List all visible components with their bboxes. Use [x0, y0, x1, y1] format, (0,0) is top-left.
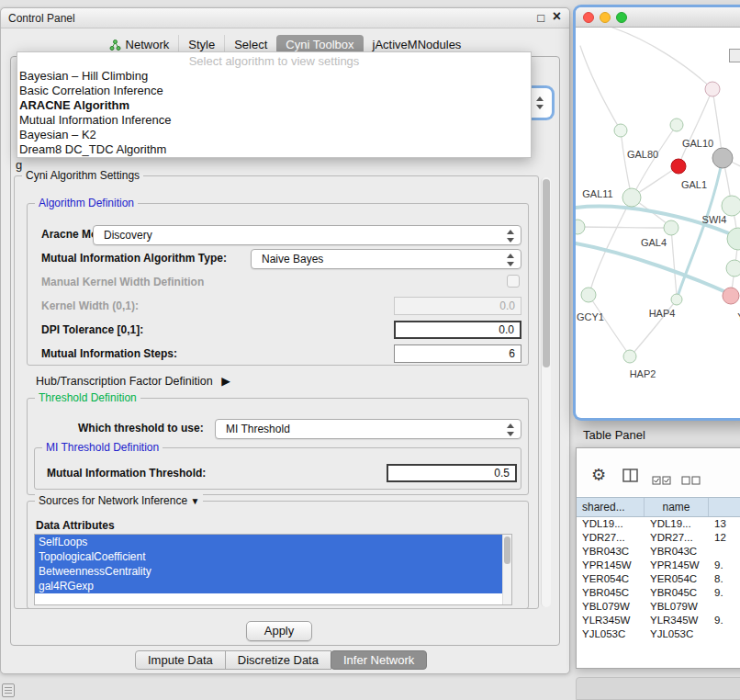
table-row[interactable]: YBR045CYBR045C9. — [577, 586, 740, 600]
network-edge[interactable] — [590, 198, 632, 290]
table-cell: YPR145W — [577, 559, 645, 572]
data-attribute-item[interactable]: SelfLoops — [35, 535, 511, 549]
table-cell: YBL079W — [577, 600, 645, 614]
algorithm-option[interactable]: Dream8 DC_TDC Algorithm — [17, 142, 531, 157]
network-window-titlebar[interactable] — [576, 7, 740, 28]
table-cell: YBR045C — [645, 586, 709, 600]
select-all-columns-icon[interactable] — [652, 472, 671, 489]
network-node[interactable] — [722, 196, 740, 216]
table-row[interactable]: YLR345WYLR345W9. — [577, 614, 740, 627]
tab-impute-data[interactable]: Impute Data — [135, 650, 226, 670]
tab-discretize-data[interactable]: Discretize Data — [225, 650, 331, 670]
table-header-row: shared...name — [577, 497, 740, 517]
table-panel-title: Table Panel — [583, 428, 645, 442]
network-node[interactable] — [623, 350, 636, 363]
network-node[interactable] — [726, 260, 740, 277]
network-edge[interactable] — [580, 46, 621, 130]
which-threshold-combobox[interactable]: MI Threshold — [215, 419, 521, 439]
table-cell: 9. — [709, 559, 740, 572]
network-node[interactable] — [671, 159, 686, 174]
data-attributes-label: Data Attributes — [36, 519, 115, 532]
table-row[interactable]: YDR27...YDR27...12 — [577, 531, 740, 545]
algorithm-dropdown-options: Bayesian – Hill ClimbingBasic Correlatio… — [17, 69, 531, 157]
network-node[interactable] — [670, 119, 683, 131]
kernel-width-label: Kernel Width (0,1): — [41, 299, 139, 312]
chevron-right-icon: ▶ — [221, 375, 230, 388]
dropdown-placeholder: Select algorithm to view settings — [17, 54, 531, 69]
table-row[interactable]: YBR043CYBR043C — [577, 545, 740, 559]
algorithm-option[interactable]: Mutual Information Inference — [17, 113, 531, 128]
tab-infer-network[interactable]: Infer Network — [331, 650, 427, 670]
table-cell: YDL19... — [645, 517, 709, 531]
network-edge[interactable] — [712, 89, 722, 152]
data-attribute-item[interactable]: BetweennessCentrality — [35, 564, 511, 579]
combo-arrows-icon — [507, 254, 514, 266]
column-header[interactable] — [709, 498, 740, 516]
network-node[interactable] — [705, 82, 720, 96]
algorithm-option[interactable]: Bayesian – K2 — [17, 128, 531, 142]
mi-algorithm-type-combobox[interactable]: Naive Bayes — [251, 249, 521, 269]
network-node[interactable] — [576, 220, 585, 234]
network-node[interactable] — [664, 220, 678, 235]
settings-scrollbar[interactable] — [541, 177, 551, 607]
algorithm-option[interactable]: Bayesian – Hill Climbing — [17, 69, 531, 84]
column-header[interactable]: shared... — [577, 498, 645, 516]
scrollbar-thumb[interactable] — [543, 179, 550, 367]
network-node[interactable] — [622, 188, 641, 207]
network-edge[interactable] — [589, 295, 627, 352]
network-edge[interactable] — [612, 28, 712, 89]
mi-threshold-field[interactable]: 0.5 — [387, 464, 517, 482]
overview-toggle[interactable] — [729, 49, 740, 62]
table-cell — [709, 627, 740, 641]
control-panel-titlebar[interactable]: Control Panel □ × — [1, 8, 569, 28]
table-cell: YER054C — [645, 572, 709, 586]
scrollbar-thumb[interactable] — [504, 536, 510, 564]
minimize-traffic-light[interactable] — [600, 12, 611, 23]
data-attribute-item[interactable]: gal4RGexp — [35, 579, 511, 593]
float-window-icon[interactable]: □ — [537, 11, 544, 25]
gear-icon[interactable]: ⚙ — [591, 465, 606, 485]
table-row[interactable]: YER054CYER054C8. — [577, 572, 740, 586]
network-node-label: HAP4 — [649, 308, 676, 319]
network-node[interactable] — [723, 288, 739, 304]
table-row[interactable]: YPR145WYPR145W9. — [577, 559, 740, 572]
network-edge[interactable] — [577, 227, 664, 228]
table-cell: YLR345W — [645, 614, 709, 627]
network-node[interactable] — [581, 288, 596, 302]
network-edge[interactable] — [671, 228, 677, 295]
show-columns-icon[interactable] — [622, 469, 638, 486]
network-canvas-area[interactable]: GAL80GAL10GAL11GAL1SWI4GAL4GCY1HAP4HAP2Y — [576, 28, 740, 418]
column-header[interactable]: name — [645, 498, 709, 516]
close-traffic-light[interactable] — [583, 12, 594, 23]
network-node[interactable] — [727, 228, 740, 250]
manual-kernel-width-checkbox[interactable] — [507, 275, 520, 288]
network-node[interactable] — [712, 148, 733, 168]
network-node[interactable] — [614, 124, 627, 137]
dpi-tolerance-field[interactable]: 0.0 — [394, 321, 521, 339]
combobox-value: MI Threshold — [226, 423, 290, 435]
algorithm-option[interactable]: ARACNE Algorithm — [17, 98, 531, 113]
table-cell: YBL079W — [645, 600, 709, 614]
sources-toggle[interactable]: Sources for Network Inference ▼ — [35, 494, 203, 507]
close-icon[interactable]: × — [553, 8, 561, 25]
kernel-width-field[interactable]: 0.0 — [394, 297, 521, 315]
network-node[interactable] — [671, 294, 682, 305]
table-cell: 12 — [709, 531, 740, 545]
mi-steps-field[interactable]: 6 — [394, 344, 521, 363]
table-row[interactable]: YDL19...YDL19...13 — [577, 517, 740, 531]
deselect-all-columns-icon[interactable] — [681, 472, 701, 489]
algorithm-option[interactable]: Basic Correlation Inference — [17, 84, 531, 98]
network-edge[interactable] — [679, 89, 712, 164]
table-cell: YJL053C — [577, 627, 645, 641]
table-row[interactable]: YJL053CYJL053C — [577, 627, 740, 641]
zoom-traffic-light[interactable] — [616, 12, 627, 23]
network-edge[interactable] — [621, 130, 631, 193]
list-scrollbar[interactable] — [502, 535, 511, 604]
apply-button[interactable]: Apply — [246, 621, 312, 641]
aracne-mode-combobox[interactable]: Discovery — [93, 225, 521, 245]
hub-definition-toggle[interactable]: Hub/Transcription Factor Definition ▶ — [36, 374, 230, 388]
network-canvas[interactable]: GAL80GAL10GAL11GAL1SWI4GAL4GCY1HAP4HAP2Y — [576, 28, 740, 418]
data-attribute-item[interactable]: TopologicalCoefficient — [35, 549, 511, 564]
table-row[interactable]: YBL079WYBL079W — [577, 600, 740, 614]
minimized-panel-icon[interactable] — [2, 683, 15, 697]
